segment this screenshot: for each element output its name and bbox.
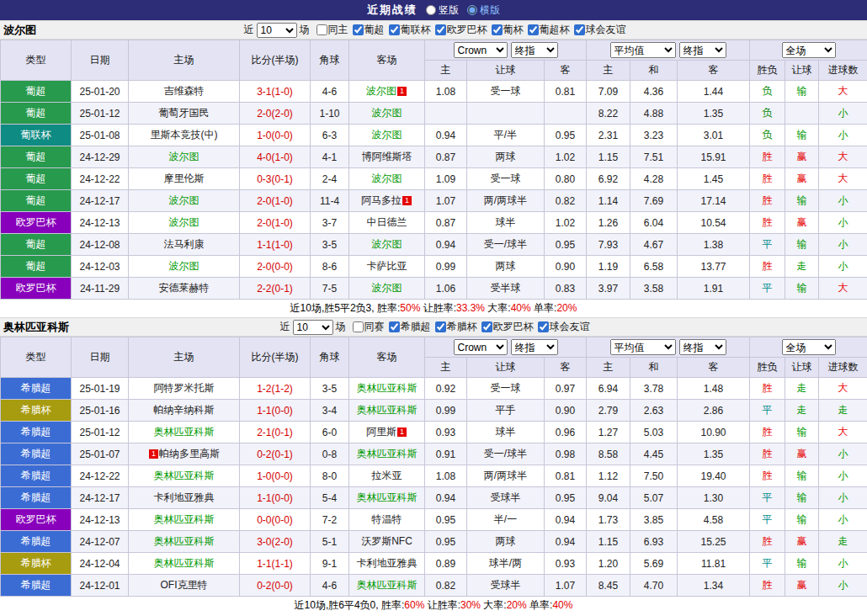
match-type: 欧罗巴杯 <box>1 278 72 300</box>
handicap-result-cell: 赢 <box>785 531 819 553</box>
away-team-cell: 奥林匹亚科斯 <box>349 378 425 400</box>
odds-away: 0.98 <box>545 443 587 465</box>
league-checkbox[interactable] <box>481 321 492 332</box>
summary-stat-value: 40% <box>552 599 572 611</box>
avg-home: 1.27 <box>587 422 630 443</box>
team-label: 波尔图 <box>372 107 402 119</box>
league-filter[interactable]: 希腊杯 <box>431 320 477 334</box>
filter-controls: 近 10 场 同主 葡超葡联杯欧罗巴杯葡杯葡超杯球会友谊 <box>242 23 626 38</box>
final-odds-select-2[interactable]: 终指 <box>679 42 726 58</box>
layout-vertical-option[interactable]: 竖版 <box>426 3 459 18</box>
league-filter[interactable]: 希腊超 <box>385 320 431 334</box>
team-label: 波尔图 <box>169 194 199 206</box>
avg-draw: 2.63 <box>630 400 678 422</box>
recent-count-select[interactable]: 10 <box>257 23 297 38</box>
league-checkbox[interactable] <box>389 24 400 35</box>
handicap-result-cell: 走 <box>785 400 819 422</box>
odds-home: 1.09 <box>425 168 467 190</box>
bookmaker-select[interactable]: Crown <box>454 339 508 355</box>
league-filter[interactable]: 葡超杯 <box>524 23 570 37</box>
result-cell: 胜 <box>750 422 785 443</box>
match-type: 希腊超 <box>1 531 72 553</box>
result-cell: 胜 <box>750 465 785 487</box>
league-filter[interactable]: 葡杯 <box>487 23 524 37</box>
match-date: 24-12-22 <box>72 168 129 190</box>
league-checkbox[interactable] <box>435 24 446 35</box>
red-card-badge: 1 <box>397 87 407 96</box>
corner-score: 4-1 <box>311 146 349 168</box>
odds-away: 0.81 <box>545 81 587 103</box>
home-team-cell: OFI克里特 <box>129 575 240 597</box>
corner-score: 6-3 <box>311 125 349 146</box>
league-filter[interactable]: 球会友谊 <box>534 320 590 334</box>
corner-score: 4-6 <box>311 81 349 103</box>
match-type: 葡联杯 <box>1 125 72 146</box>
odds-away: 0.90 <box>545 256 587 278</box>
final-odds-select-2[interactable]: 终指 <box>679 339 726 355</box>
handicap-result-cell: 输 <box>785 465 819 487</box>
home-team-cell: 奥林匹亚科斯 <box>129 465 240 487</box>
league-checkbox[interactable] <box>574 24 585 35</box>
corner-score: 8-0 <box>311 465 349 487</box>
corner-score: 1-10 <box>311 103 349 125</box>
bookmaker-select[interactable]: Crown <box>454 42 508 58</box>
avg-draw: 4.45 <box>630 443 678 465</box>
league-label: 欧罗巴杯 <box>493 320 534 334</box>
fulltime-select[interactable]: 全场 <box>782 339 836 355</box>
col-odds-home: 主 <box>425 61 467 81</box>
near-label: 近 <box>280 320 290 334</box>
away-team-cell: 波尔图 <box>349 278 425 300</box>
league-filter[interactable]: 球会友谊 <box>570 23 626 37</box>
avg-away: 1.30 <box>678 487 750 509</box>
final-odds-select[interactable]: 终指 <box>511 42 558 58</box>
recent-count-select[interactable]: 10 <box>293 320 333 335</box>
match-score: 1-1(1-0) <box>240 234 311 256</box>
team-label: 卡萨比亚 <box>367 260 407 272</box>
league-checkbox[interactable] <box>528 24 539 35</box>
goals-result-cell: 大 <box>819 81 867 103</box>
avg-away: 17.14 <box>678 190 750 212</box>
odds-handicap: 两/两球半 <box>467 465 545 487</box>
same-filter[interactable]: 同主 <box>312 23 348 37</box>
league-filter[interactable]: 葡联杯 <box>385 23 431 37</box>
odds-away: 0.95 <box>545 487 587 509</box>
team-name: 波尔图 <box>3 23 36 38</box>
match-row: 欧罗巴杯24-12-13波尔图2-0(1-0)3-7中日德兰0.87球半1.02… <box>1 212 867 234</box>
home-team-cell: 阿特罗米托斯 <box>129 378 240 400</box>
away-team-cell: 阿里斯1 <box>349 422 425 443</box>
summary-stat-label: 胜率: <box>379 599 405 611</box>
league-label: 葡超杯 <box>540 23 570 37</box>
odds-handicap: 两/两球半 <box>467 190 545 212</box>
same-filter[interactable]: 同赛 <box>348 320 385 334</box>
league-checkbox[interactable] <box>389 321 400 332</box>
average-select[interactable]: 平均值 <box>610 42 676 58</box>
average-select[interactable]: 平均值 <box>610 339 676 355</box>
match-date: 24-12-04 <box>72 553 129 575</box>
layout-horizontal-radio[interactable] <box>467 5 477 15</box>
avg-away: 3.01 <box>678 125 750 146</box>
league-checkbox[interactable] <box>538 321 549 332</box>
col-avg-away: 客 <box>678 61 750 81</box>
league-filters: 希腊超希腊杯欧罗巴杯球会友谊 <box>385 320 590 335</box>
layout-horizontal-option[interactable]: 横版 <box>467 3 500 18</box>
league-filter[interactable]: 欧罗巴杯 <box>431 23 487 37</box>
league-checkbox[interactable] <box>492 24 503 35</box>
corner-score: 5-1 <box>311 531 349 553</box>
final-odds-select[interactable]: 终指 <box>511 339 558 355</box>
layout-vertical-radio[interactable] <box>426 5 436 15</box>
league-checkbox[interactable] <box>435 321 446 332</box>
team-label: 奥林匹亚科斯 <box>154 535 215 547</box>
fulltime-select[interactable]: 全场 <box>782 42 836 58</box>
same-checkbox[interactable] <box>353 321 364 332</box>
league-filter[interactable]: 欧罗巴杯 <box>477 320 534 334</box>
same-checkbox[interactable] <box>316 24 327 35</box>
league-checkbox[interactable] <box>353 24 364 35</box>
league-filter[interactable]: 葡超 <box>348 23 385 37</box>
league-label: 欧罗巴杯 <box>447 23 487 37</box>
goals-result-cell: 小 <box>819 212 867 234</box>
match-row: 葡超24-12-03波尔图2-0(0-0)8-6卡萨比亚0.99两球0.901.… <box>1 256 867 278</box>
odds-away: 0.80 <box>545 168 587 190</box>
match-row: 希腊杯24-12-04奥林匹亚科斯1-1(1-1)9-1卡利地亚雅典0.89球半… <box>1 553 867 575</box>
handicap-result-cell: 输 <box>785 125 819 146</box>
match-date: 24-12-29 <box>72 146 129 168</box>
